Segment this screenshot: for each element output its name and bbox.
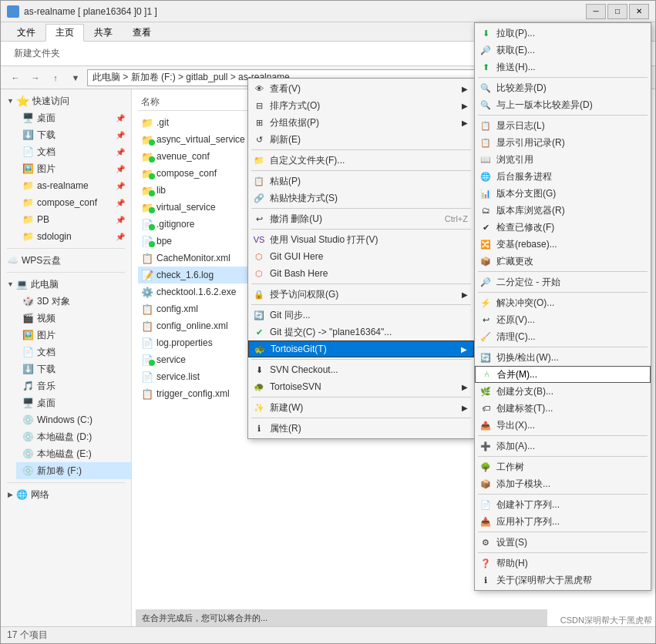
menu-item-repo-browser[interactable]: 🗂 版本库浏览器(R) [475,202,651,219]
menu-item-git-bash[interactable]: ⬡ Git Bash Here [248,265,474,282]
browse-icon: 📖 [479,153,492,166]
bottom-text-content: 在合并完成后，您可以将合并的... [142,612,267,624]
sidebar-item-3d[interactable]: 🎲 3D 对象 [16,293,131,310]
menu-item-properties[interactable]: ℹ 属性(R) [248,420,474,437]
menu-item-about[interactable]: ℹ 关于(深明帮大于黑虎帮 [475,572,651,589]
menu-item-show-log[interactable]: 📋 显示日志(L) [475,117,651,134]
recent-button[interactable]: ▼ [67,69,84,86]
sidebar-item-compose-conf[interactable]: 📁 compose_conf 📌 [16,194,131,211]
menu-item-new[interactable]: ✨ 新建(W) ▶ [248,399,474,416]
maximize-button[interactable]: □ [607,4,627,19]
menu-item-refresh[interactable]: ↺ 刷新(E) [248,131,474,148]
menu-item-daemon[interactable]: 🌐 后台服务进程 [475,168,651,185]
tab-share[interactable]: 共享 [84,24,123,41]
menu-item-worktree[interactable]: 🌳 工作树 [475,458,651,475]
menu-item-bisect[interactable]: 🔎 二分定位 - 开始 [475,273,651,290]
sidebar-item-quick-access[interactable]: ▼ ⭐ 快速访问 [1,92,131,109]
menu-item-reflog[interactable]: 📋 显示引用记录(R) [475,134,651,151]
sidebar-item-video[interactable]: 🎬 视频 [16,310,131,327]
sidebar-item-pb[interactable]: 📁 PB 📌 [16,211,131,228]
menu-item-revert[interactable]: ↩ 还原(V)... [475,311,651,328]
menu-item-create-tag[interactable]: 🏷 创建标签(T)... [475,400,651,417]
menu-label: 导出(X)... [496,419,535,432]
forward-button[interactable]: → [27,69,44,86]
menu-item-create-branch[interactable]: 🌿 创建分支(B)... [475,383,651,400]
menu-label: Git 同步... [270,309,311,322]
vs-icon: VS [253,233,265,246]
watermark-text: CSDN深明帮大于黑虎帮 [560,615,652,625]
up-button[interactable]: ↑ [47,69,64,86]
video-label: 视频 [37,312,56,325]
menu-item-vs[interactable]: VS 使用 Visual Studio 打开(V) [248,231,474,248]
menu-item-push[interactable]: ⬆ 推送(H)... [475,59,651,75]
menu-item-apply-patch[interactable]: 📥 应用补丁序列... [475,513,651,530]
close-button[interactable]: ✕ [629,4,649,19]
menu-item-rebase[interactable]: 🔀 变基(rebase)... [475,236,651,253]
menu-item-custom-folder[interactable]: 📁 自定义文件夹(F)... [248,152,474,169]
sidebar-item-as-realname[interactable]: 📁 as-realname 📌 [16,177,131,194]
tab-home[interactable]: 主页 [45,24,84,42]
sidebar-item-pictures[interactable]: 🖼️ 图片 📌 [16,160,131,177]
daemon-icon: 🌐 [479,170,492,183]
minimize-button[interactable]: ─ [586,4,606,19]
menu-item-merge[interactable]: ⑃ 合并(M)... [475,366,651,383]
sidebar-item-new-f[interactable]: 💿 新加卷 (F:) [16,462,131,479]
sidebar-item-network[interactable]: ▶ 🌐 网络 [1,486,131,503]
sidebar-item-desktop[interactable]: 🖥️ 桌面 📌 [16,109,131,126]
menu-item-submodule[interactable]: 📦 添加子模块... [475,475,651,492]
sidebar-item-downloads2[interactable]: ⬇️ 下载 [16,361,131,377]
documents2-label: 文档 [37,346,56,359]
file-name: config.xml [156,304,198,314]
menu-item-undo[interactable]: ↩ 撤消 删除(U) Ctrl+Z [248,210,474,227]
menu-item-sort[interactable]: ⊟ 排序方式(O) ▶ [248,97,474,114]
sidebar-item-sdologin[interactable]: 📁 sdologin 📌 [16,228,131,245]
menu-item-group[interactable]: ⊞ 分组依据(P) ▶ [248,114,474,131]
sidebar-item-local-e[interactable]: 💿 本地磁盘 (E:) [16,445,131,462]
menu-item-switch[interactable]: 🔄 切换/检出(W)... [475,349,651,366]
menu-item-tortoisegit[interactable]: 🐢 TortoiseGit(T) ▶ [248,340,474,357]
menu-item-svn-checkout[interactable]: ⬇ SVN Checkout... [248,361,474,378]
sidebar: ▼ ⭐ 快速访问 🖥️ 桌面 📌 ⬇️ 下载 📌 📄 文档 � [1,89,132,626]
menu-item-pull[interactable]: ⬇ 拉取(P)... [475,25,651,42]
sidebar-item-documents[interactable]: 📄 文档 📌 [16,143,131,160]
menu-item-diff[interactable]: 🔍 比较差异(D) [475,79,651,96]
sidebar-item-downloads[interactable]: ⬇️ 下载 📌 [16,126,131,143]
menu-item-stash[interactable]: 📦 贮藏更改 [475,253,651,270]
diff-icon: 🔍 [479,82,492,94]
menu-item-git-commit[interactable]: ✔ Git 提交(C) -> "plane16364"... [248,324,474,340]
sidebar-item-windows-c[interactable]: 💿 Windows (C:) [16,411,131,428]
menu-label: SVN Checkout... [270,364,338,375]
sidebar-item-documents2[interactable]: 📄 文档 [16,344,131,361]
menu-item-add[interactable]: ➕ 添加(A)... [475,438,651,454]
menu-item-view[interactable]: 👁 查看(V) ▶ [248,80,474,97]
menu-item-browse-ref[interactable]: 📖 浏览引用 [475,151,651,168]
menu-item-export[interactable]: 📤 导出(X)... [475,417,651,434]
menu-item-resolve[interactable]: ⚡ 解决冲突(O)... [475,294,651,311]
menu-item-diff2[interactable]: 🔍 与上一版本比较差异(D) [475,96,651,113]
sidebar-item-this-pc[interactable]: ▼ 💻 此电脑 [1,276,131,293]
menu-item-help[interactable]: ❓ 帮助(H) [475,555,651,572]
back-button[interactable]: ← [7,69,24,86]
menu-item-check-modified[interactable]: ✔ 检查已修改(F) [475,219,651,236]
menu-item-cleanup[interactable]: 🧹 清理(C)... [475,328,651,345]
menu-item-branch-graph[interactable]: 📊 版本分支图(G) [475,185,651,202]
menu-item-git-sync[interactable]: 🔄 Git 同步... [248,307,474,324]
menu-item-git-gui[interactable]: ⬡ Git GUI Here [248,248,474,265]
tab-view[interactable]: 查看 [123,24,161,41]
menu-item-paste[interactable]: 📋 粘贴(P) [248,173,474,190]
menu-item-create-patch[interactable]: 📄 创建补丁序列... [475,496,651,513]
sidebar-item-wps-cloud[interactable]: ☁️ WPS云盘 [1,252,131,269]
sidebar-item-local-d[interactable]: 💿 本地磁盘 (D:) [16,428,131,445]
tab-file[interactable]: 文件 [7,24,45,41]
pull-icon: ⬇ [479,27,492,39]
sidebar-item-music[interactable]: 🎵 音乐 [16,377,131,394]
menu-item-settings[interactable]: ⚙ 设置(S) [475,534,651,551]
menu-item-paste-shortcut[interactable]: 🔗 粘贴快捷方式(S) [248,190,474,206]
new-folder-button[interactable]: 新建文件夹 [7,45,67,62]
menu-item-fetch[interactable]: 🔎 获取(E)... [475,42,651,59]
menu-item-tortoisesvn[interactable]: 🐢 TortoiseSVN ▶ [248,378,474,395]
menu-label: 创建补丁序列... [496,498,560,512]
sidebar-item-desktop2[interactable]: 🖥️ 桌面 [16,394,131,411]
sidebar-item-pictures2[interactable]: 🖼️ 图片 [16,327,131,344]
menu-item-access[interactable]: 🔒 授予访问权限(G) ▶ [248,286,474,303]
